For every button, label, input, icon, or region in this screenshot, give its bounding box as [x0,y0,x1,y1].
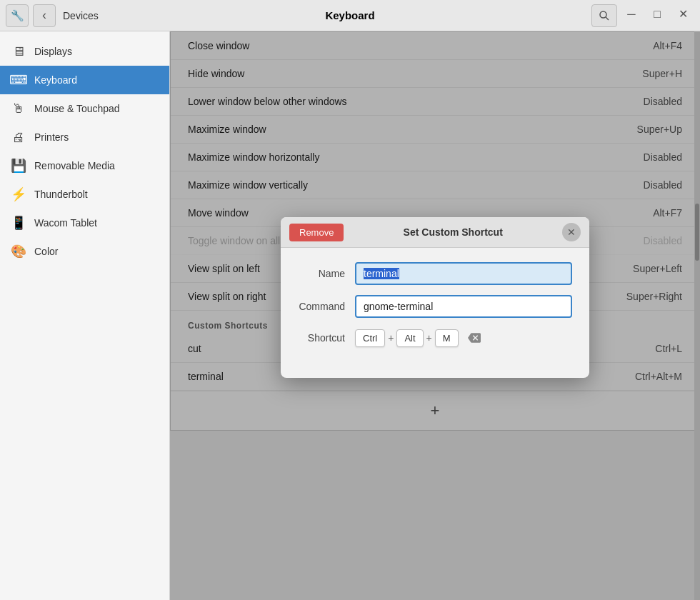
color-icon: 🎨 [11,244,26,259]
plus-separator-2: + [426,332,432,344]
titlebar: 🔧 ‹ Devices Keyboard ─ □ ✕ [0,0,700,31]
titlebar-left: 🔧 ‹ Devices [6,4,99,27]
key-alt: Alt [396,329,423,347]
plus-separator-1: + [388,332,394,344]
close-icon: ✕ [567,226,576,238]
shortcut-label: Shortcut [298,332,355,344]
svg-point-0 [600,11,606,18]
custom-shortcut-dialog: Remove Set Custom Shortcut ✕ Name C [281,217,589,378]
sidebar-item-thunderbolt[interactable]: ⚡ Thunderbolt [0,180,169,209]
sidebar-item-removable[interactable]: 💾 Removable Media [0,151,169,180]
backspace-icon [468,331,481,344]
key-ctrl: Ctrl [355,329,385,347]
main-layout: 🖥 Displays ⌨ Keyboard 🖱 Mouse & Touchpad… [0,31,700,600]
mouse-icon: 🖱 [11,101,26,116]
sidebar: 🖥 Displays ⌨ Keyboard 🖱 Mouse & Touchpad… [0,31,170,600]
maximize-button[interactable]: □ [646,4,669,24]
wacom-icon: 📱 [11,216,26,230]
sidebar-label-thunderbolt: Thunderbolt [34,189,88,200]
printer-icon: 🖨 [11,130,26,144]
keyboard-icon: ⌨ [11,73,26,87]
name-field-row: Name [298,262,572,285]
breadcrumb-devices[interactable]: Devices [63,10,99,21]
sidebar-label-color: Color [34,246,58,257]
command-input[interactable] [355,295,572,318]
sidebar-item-color[interactable]: 🎨 Color [0,237,169,266]
sidebar-label-removable: Removable Media [34,160,115,171]
dialog-title: Set Custom Shortcut [404,226,503,238]
app-icon-button[interactable]: 🔧 [6,4,29,27]
dialog-close-button[interactable]: ✕ [562,223,581,241]
window-title: Keyboard [325,9,374,21]
content-area: Close window Alt+F4 Hide window Super+H … [170,31,700,600]
modal-overlay: Remove Set Custom Shortcut ✕ Name C [170,31,700,600]
sidebar-item-printers[interactable]: 🖨 Printers [0,123,169,151]
sidebar-item-keyboard[interactable]: ⌨ Keyboard [0,66,169,94]
minimize-button[interactable]: ─ [620,4,643,24]
back-button[interactable]: ‹ [33,4,56,27]
sidebar-label-printers: Printers [34,131,69,143]
shortcut-field-row: Shortcut Ctrl + Alt + M [298,328,572,348]
monitor-icon: 🖥 [11,44,26,59]
command-label: Command [298,301,355,312]
sidebar-item-mouse[interactable]: 🖱 Mouse & Touchpad [0,94,169,123]
command-field-row: Command [298,295,572,318]
wrench-icon: 🔧 [11,9,24,22]
sidebar-label-mouse: Mouse & Touchpad [34,103,120,114]
shortcut-delete-button[interactable] [464,328,484,348]
sidebar-label-keyboard: Keyboard [34,74,77,86]
name-label: Name [298,268,355,279]
dialog-titlebar: Remove Set Custom Shortcut ✕ [281,217,589,248]
key-m: M [435,329,459,347]
svg-line-1 [606,17,609,20]
titlebar-controls: ─ □ ✕ [591,4,694,27]
thunderbolt-icon: ⚡ [11,187,26,201]
dialog-body: Name Command Shortcut Ctrl + [281,248,589,378]
sidebar-label-wacom: Wacom Tablet [34,217,97,229]
removable-icon: 💾 [11,159,26,173]
sidebar-item-wacom[interactable]: 📱 Wacom Tablet [0,209,169,237]
search-button[interactable] [591,4,617,27]
sidebar-item-displays[interactable]: 🖥 Displays [0,37,169,66]
close-button[interactable]: ✕ [671,4,694,24]
remove-button[interactable]: Remove [289,224,344,241]
shortcut-keys-container: Ctrl + Alt + M [355,328,484,348]
sidebar-label-displays: Displays [34,46,72,57]
name-input[interactable] [355,262,572,285]
